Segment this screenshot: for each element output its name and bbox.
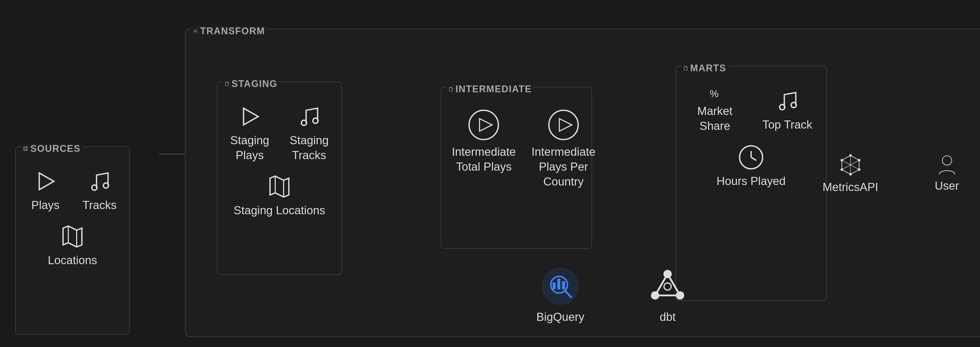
int-total-plays-node: Intermediate Total Plays <box>452 108 516 189</box>
user-node: User <box>935 155 959 192</box>
marts-top-grid: % Market Share Top Track <box>676 67 826 144</box>
plays-icon <box>32 168 59 195</box>
staging-label: STAGING <box>223 78 279 89</box>
svg-point-46 <box>664 283 671 290</box>
market-share-node: % Market Share <box>686 87 743 133</box>
int-plays-country-icon <box>547 108 580 142</box>
svg-marker-25 <box>479 119 492 131</box>
top-track-node: Top Track <box>759 87 816 133</box>
staging-locations-node: Staging Locations <box>234 173 325 218</box>
sources-top-grid: Plays Tracks <box>16 147 129 223</box>
svg-line-33 <box>751 157 756 160</box>
staging-bottom: Staging Locations <box>217 173 341 228</box>
tracks-node: Tracks <box>80 168 119 212</box>
staging-plays-icon <box>236 103 263 130</box>
dbt-tool: dbt <box>647 266 689 323</box>
svg-rect-37 <box>562 281 565 290</box>
svg-point-26 <box>549 110 578 139</box>
plays-node: Plays <box>26 168 65 212</box>
sources-bottom: Locations <box>16 223 129 278</box>
svg-point-18 <box>195 30 196 32</box>
user-icon <box>938 155 956 176</box>
staging-top-grid: Staging Plays Staging Tracks <box>217 82 341 173</box>
svg-text:%: % <box>710 88 719 99</box>
int-plays-country-node: Intermediate Plays Per Country <box>531 108 596 189</box>
transform-icon <box>193 29 198 34</box>
svg-rect-10 <box>24 147 28 151</box>
transform-label: TRANSFORM <box>191 25 267 36</box>
svg-rect-36 <box>557 279 560 290</box>
locations-icon <box>59 223 86 250</box>
canvas: SOURCES Plays Tracks <box>0 0 980 347</box>
svg-rect-35 <box>552 282 555 290</box>
staging-icon <box>225 81 229 86</box>
int-total-plays-icon <box>467 108 501 142</box>
sources-icon <box>23 146 28 151</box>
svg-point-24 <box>469 110 498 139</box>
top-track-icon <box>774 87 801 114</box>
svg-point-57 <box>942 156 952 165</box>
market-share-icon: % <box>708 87 722 101</box>
hours-played-node: Hours Played <box>717 144 786 189</box>
marts-bottom-grid: Hours Played <box>676 144 826 199</box>
metrics-api-node: MetricsAPI <box>822 154 878 193</box>
tools-area: BigQuery dbt <box>536 266 688 323</box>
staging-tracks-node: Staging Tracks <box>287 103 331 163</box>
hours-played-icon <box>738 144 765 171</box>
bigquery-tool: BigQuery <box>536 266 584 323</box>
staging-plays-node: Staging Plays <box>228 103 272 163</box>
staging-box: STAGING Staging Plays Sta <box>217 81 342 275</box>
staging-tracks-icon <box>296 103 323 130</box>
marts-label: MARTS <box>681 63 728 74</box>
marts-box: MARTS % Market Share Top T <box>676 66 827 301</box>
sources-box: SOURCES Plays Tracks <box>15 146 130 334</box>
sources-label: SOURCES <box>21 143 83 154</box>
intermediate-icon <box>449 87 453 92</box>
svg-marker-19 <box>243 108 258 125</box>
svg-marker-27 <box>559 119 572 131</box>
staging-locations-icon <box>266 173 293 200</box>
tracks-icon <box>86 168 113 195</box>
dbt-icon <box>647 266 689 307</box>
bigquery-icon <box>539 266 581 307</box>
marts-icon <box>683 66 688 71</box>
svg-marker-13 <box>39 173 54 190</box>
intermediate-box: INTERMEDIATE Intermediate Total Plays <box>441 87 592 249</box>
metrics-api-icon <box>839 154 862 177</box>
intermediate-grid: Intermediate Total Plays Intermediate Pl… <box>441 87 592 200</box>
intermediate-label: INTERMEDIATE <box>447 84 534 95</box>
locations-node: Locations <box>48 223 97 268</box>
